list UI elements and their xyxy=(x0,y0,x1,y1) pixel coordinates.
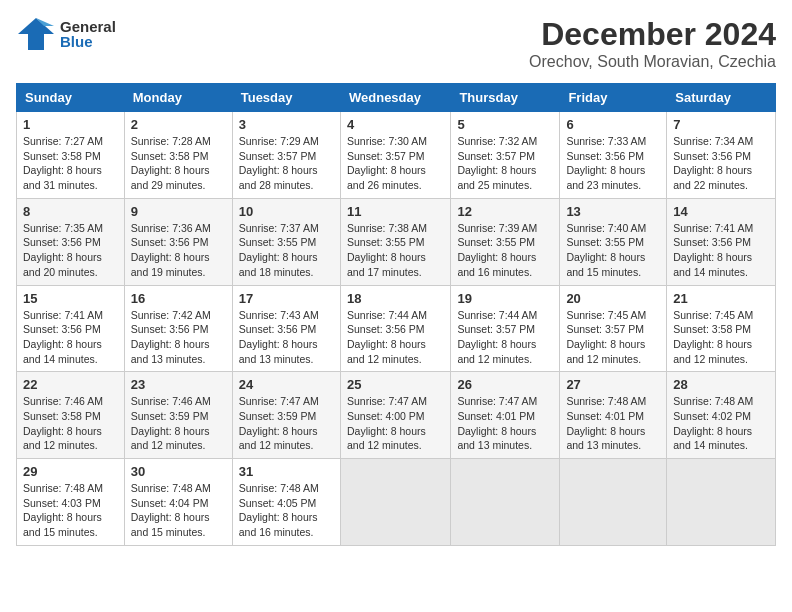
calendar-cell xyxy=(667,459,776,546)
day-number: 4 xyxy=(347,117,444,132)
day-number: 26 xyxy=(457,377,553,392)
calendar-cell xyxy=(340,459,450,546)
calendar-cell: 4Sunrise: 7:30 AMSunset: 3:57 PMDaylight… xyxy=(340,112,450,199)
day-number: 31 xyxy=(239,464,334,479)
calendar-cell xyxy=(560,459,667,546)
day-number: 18 xyxy=(347,291,444,306)
day-detail: Sunrise: 7:45 AMSunset: 3:58 PMDaylight:… xyxy=(673,308,769,367)
calendar-cell: 14Sunrise: 7:41 AMSunset: 3:56 PMDayligh… xyxy=(667,198,776,285)
weekday-header: Friday xyxy=(560,84,667,112)
day-number: 23 xyxy=(131,377,226,392)
day-detail: Sunrise: 7:29 AMSunset: 3:57 PMDaylight:… xyxy=(239,134,334,193)
calendar-week-row: 22Sunrise: 7:46 AMSunset: 3:58 PMDayligh… xyxy=(17,372,776,459)
day-detail: Sunrise: 7:48 AMSunset: 4:01 PMDaylight:… xyxy=(566,394,660,453)
day-detail: Sunrise: 7:38 AMSunset: 3:55 PMDaylight:… xyxy=(347,221,444,280)
calendar-cell xyxy=(451,459,560,546)
day-detail: Sunrise: 7:44 AMSunset: 3:57 PMDaylight:… xyxy=(457,308,553,367)
day-number: 10 xyxy=(239,204,334,219)
day-detail: Sunrise: 7:42 AMSunset: 3:56 PMDaylight:… xyxy=(131,308,226,367)
calendar-cell: 18Sunrise: 7:44 AMSunset: 3:56 PMDayligh… xyxy=(340,285,450,372)
day-detail: Sunrise: 7:36 AMSunset: 3:56 PMDaylight:… xyxy=(131,221,226,280)
day-number: 24 xyxy=(239,377,334,392)
day-number: 29 xyxy=(23,464,118,479)
weekday-header: Saturday xyxy=(667,84,776,112)
calendar-week-row: 8Sunrise: 7:35 AMSunset: 3:56 PMDaylight… xyxy=(17,198,776,285)
day-detail: Sunrise: 7:48 AMSunset: 4:05 PMDaylight:… xyxy=(239,481,334,540)
logo-text: General Blue xyxy=(60,19,116,49)
calendar-cell: 27Sunrise: 7:48 AMSunset: 4:01 PMDayligh… xyxy=(560,372,667,459)
page-title: December 2024 xyxy=(529,16,776,53)
calendar-cell: 28Sunrise: 7:48 AMSunset: 4:02 PMDayligh… xyxy=(667,372,776,459)
day-number: 28 xyxy=(673,377,769,392)
title-section: December 2024 Orechov, South Moravian, C… xyxy=(529,16,776,71)
day-detail: Sunrise: 7:37 AMSunset: 3:55 PMDaylight:… xyxy=(239,221,334,280)
calendar-cell: 1Sunrise: 7:27 AMSunset: 3:58 PMDaylight… xyxy=(17,112,125,199)
day-number: 6 xyxy=(566,117,660,132)
calendar-cell: 16Sunrise: 7:42 AMSunset: 3:56 PMDayligh… xyxy=(124,285,232,372)
calendar-cell: 25Sunrise: 7:47 AMSunset: 4:00 PMDayligh… xyxy=(340,372,450,459)
calendar-cell: 26Sunrise: 7:47 AMSunset: 4:01 PMDayligh… xyxy=(451,372,560,459)
calendar-cell: 24Sunrise: 7:47 AMSunset: 3:59 PMDayligh… xyxy=(232,372,340,459)
calendar-cell: 20Sunrise: 7:45 AMSunset: 3:57 PMDayligh… xyxy=(560,285,667,372)
day-detail: Sunrise: 7:30 AMSunset: 3:57 PMDaylight:… xyxy=(347,134,444,193)
day-number: 19 xyxy=(457,291,553,306)
calendar-cell: 6Sunrise: 7:33 AMSunset: 3:56 PMDaylight… xyxy=(560,112,667,199)
calendar-cell: 9Sunrise: 7:36 AMSunset: 3:56 PMDaylight… xyxy=(124,198,232,285)
calendar-cell: 2Sunrise: 7:28 AMSunset: 3:58 PMDaylight… xyxy=(124,112,232,199)
day-number: 13 xyxy=(566,204,660,219)
day-detail: Sunrise: 7:28 AMSunset: 3:58 PMDaylight:… xyxy=(131,134,226,193)
page-subtitle: Orechov, South Moravian, Czechia xyxy=(529,53,776,71)
logo: General Blue xyxy=(16,16,116,52)
day-detail: Sunrise: 7:47 AMSunset: 3:59 PMDaylight:… xyxy=(239,394,334,453)
day-number: 25 xyxy=(347,377,444,392)
calendar-cell: 15Sunrise: 7:41 AMSunset: 3:56 PMDayligh… xyxy=(17,285,125,372)
day-detail: Sunrise: 7:44 AMSunset: 3:56 PMDaylight:… xyxy=(347,308,444,367)
calendar-cell: 22Sunrise: 7:46 AMSunset: 3:58 PMDayligh… xyxy=(17,372,125,459)
day-number: 1 xyxy=(23,117,118,132)
day-number: 11 xyxy=(347,204,444,219)
header: General Blue December 2024 Orechov, Sout… xyxy=(16,16,776,71)
day-number: 8 xyxy=(23,204,118,219)
calendar-table: SundayMondayTuesdayWednesdayThursdayFrid… xyxy=(16,83,776,546)
day-detail: Sunrise: 7:47 AMSunset: 4:00 PMDaylight:… xyxy=(347,394,444,453)
day-detail: Sunrise: 7:43 AMSunset: 3:56 PMDaylight:… xyxy=(239,308,334,367)
day-detail: Sunrise: 7:27 AMSunset: 3:58 PMDaylight:… xyxy=(23,134,118,193)
day-number: 30 xyxy=(131,464,226,479)
weekday-header: Thursday xyxy=(451,84,560,112)
calendar-cell: 7Sunrise: 7:34 AMSunset: 3:56 PMDaylight… xyxy=(667,112,776,199)
day-number: 14 xyxy=(673,204,769,219)
calendar-cell: 30Sunrise: 7:48 AMSunset: 4:04 PMDayligh… xyxy=(124,459,232,546)
day-number: 12 xyxy=(457,204,553,219)
logo-icon xyxy=(16,16,56,52)
day-number: 27 xyxy=(566,377,660,392)
calendar-week-row: 1Sunrise: 7:27 AMSunset: 3:58 PMDaylight… xyxy=(17,112,776,199)
weekday-header: Tuesday xyxy=(232,84,340,112)
calendar-cell: 19Sunrise: 7:44 AMSunset: 3:57 PMDayligh… xyxy=(451,285,560,372)
day-detail: Sunrise: 7:34 AMSunset: 3:56 PMDaylight:… xyxy=(673,134,769,193)
day-detail: Sunrise: 7:39 AMSunset: 3:55 PMDaylight:… xyxy=(457,221,553,280)
calendar-cell: 5Sunrise: 7:32 AMSunset: 3:57 PMDaylight… xyxy=(451,112,560,199)
day-number: 21 xyxy=(673,291,769,306)
calendar-cell: 12Sunrise: 7:39 AMSunset: 3:55 PMDayligh… xyxy=(451,198,560,285)
day-number: 3 xyxy=(239,117,334,132)
day-number: 9 xyxy=(131,204,226,219)
day-number: 2 xyxy=(131,117,226,132)
day-detail: Sunrise: 7:35 AMSunset: 3:56 PMDaylight:… xyxy=(23,221,118,280)
calendar-cell: 31Sunrise: 7:48 AMSunset: 4:05 PMDayligh… xyxy=(232,459,340,546)
calendar-cell: 11Sunrise: 7:38 AMSunset: 3:55 PMDayligh… xyxy=(340,198,450,285)
calendar-cell: 3Sunrise: 7:29 AMSunset: 3:57 PMDaylight… xyxy=(232,112,340,199)
calendar-cell: 17Sunrise: 7:43 AMSunset: 3:56 PMDayligh… xyxy=(232,285,340,372)
calendar-week-row: 29Sunrise: 7:48 AMSunset: 4:03 PMDayligh… xyxy=(17,459,776,546)
day-number: 22 xyxy=(23,377,118,392)
day-number: 16 xyxy=(131,291,226,306)
calendar-cell: 29Sunrise: 7:48 AMSunset: 4:03 PMDayligh… xyxy=(17,459,125,546)
day-detail: Sunrise: 7:41 AMSunset: 3:56 PMDaylight:… xyxy=(23,308,118,367)
weekday-header: Wednesday xyxy=(340,84,450,112)
day-detail: Sunrise: 7:41 AMSunset: 3:56 PMDaylight:… xyxy=(673,221,769,280)
weekday-header: Monday xyxy=(124,84,232,112)
day-number: 5 xyxy=(457,117,553,132)
day-number: 20 xyxy=(566,291,660,306)
day-detail: Sunrise: 7:48 AMSunset: 4:02 PMDaylight:… xyxy=(673,394,769,453)
calendar-cell: 8Sunrise: 7:35 AMSunset: 3:56 PMDaylight… xyxy=(17,198,125,285)
calendar-cell: 10Sunrise: 7:37 AMSunset: 3:55 PMDayligh… xyxy=(232,198,340,285)
